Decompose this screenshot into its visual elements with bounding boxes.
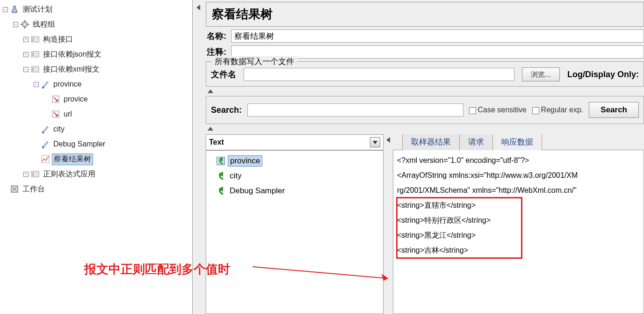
extractor-icon (51, 110, 60, 119)
tree-node-xml-dep[interactable]: – 接口依赖xml报文 (22, 62, 192, 77)
tab-request[interactable]: 请求 (459, 134, 493, 150)
panel-title: 察看结果树 (206, 2, 644, 27)
svg-rect-13 (32, 68, 34, 69)
xml-line: rg/2001/XMLSchema" xmlns="http://WebXml.… (397, 183, 640, 198)
tree-label: 正则表达式应用 (42, 169, 97, 180)
regex-checkbox[interactable]: Regular exp. (532, 106, 584, 114)
collapsed-handle-icon[interactable]: + (23, 52, 29, 57)
tree-node-view-results[interactable]: 察看结果树 (33, 152, 192, 167)
svg-point-1 (24, 23, 26, 25)
sampler-icon (41, 124, 50, 134)
collapsed-handle-icon[interactable]: + (23, 37, 29, 42)
file-output-group: 所有数据写入一个文件 文件名 浏览... Log/Display Only: (206, 61, 644, 87)
checkbox-icon (532, 107, 539, 114)
result-label: province (228, 155, 262, 167)
extractor-icon (51, 95, 60, 104)
tree-label: 工作台 (21, 184, 46, 195)
results-right-pane: 取样器结果 请求 响应数据 <?xml version="1.0" encodi… (393, 134, 644, 314)
expand-handle-icon[interactable]: – (23, 67, 29, 72)
result-node-debug[interactable]: Debug Sampler (208, 183, 381, 198)
svg-marker-26 (382, 274, 388, 281)
tree-label: province (52, 80, 83, 89)
svg-rect-20 (42, 155, 49, 163)
tree-label: provice (62, 95, 89, 104)
listener-icon (41, 154, 50, 164)
svg-line-25 (253, 267, 388, 278)
svg-point-15 (42, 87, 44, 88)
tree-label: 测试计划 (21, 4, 54, 15)
svg-rect-23 (32, 175, 34, 175)
test-plan-tree[interactable]: – 测试计划 – 线程组 + (0, 2, 192, 197)
results-tree[interactable]: province city Debug Sampler (206, 150, 384, 314)
tree-node-json-dep[interactable]: + 接口依赖json报文 (22, 47, 192, 62)
expand-handle-icon[interactable]: – (34, 82, 39, 87)
tree-node-debug[interactable]: Debug Sampler (33, 137, 192, 152)
svg-rect-8 (32, 40, 34, 41)
result-label: city (228, 171, 244, 181)
log-display-label: Log/Display Only: (567, 70, 639, 80)
tree-label: 线程组 (31, 19, 57, 30)
svg-rect-10 (32, 53, 34, 54)
search-label: Search: (211, 105, 242, 115)
search-button[interactable]: Search (589, 102, 639, 118)
tree-node-province[interactable]: – province (33, 77, 192, 92)
success-shield-icon (217, 157, 225, 165)
result-node-province[interactable]: province (208, 153, 381, 168)
browse-button[interactable]: 浏览... (522, 67, 560, 81)
tab-sampler-result[interactable]: 取样器结果 (402, 134, 460, 150)
tree-node-regex-app[interactable]: + 正则表达式应用 (22, 167, 192, 182)
sampler-icon (41, 139, 50, 149)
controller-icon (30, 169, 40, 179)
tree-node-test-plan[interactable]: – 测试计划 (2, 2, 192, 17)
collapse-top-icon[interactable] (206, 88, 644, 94)
workbench-icon (10, 184, 19, 194)
collapsed-handle-icon[interactable]: + (23, 172, 29, 177)
collapse-bottom-icon[interactable] (206, 126, 644, 131)
xml-line: <ArrayOfString xmlns:xsi="http://www.w3.… (397, 168, 640, 183)
success-shield-icon (217, 172, 225, 180)
tree-label: city (52, 124, 66, 134)
tree-label: 察看结果树 (52, 153, 93, 165)
tree-label: 接口依赖xml报文 (42, 64, 101, 75)
tree-node-url-extractor[interactable]: url (43, 107, 192, 122)
result-label: Debug Sampler (228, 186, 287, 196)
xml-line: <?xml version="1.0" encoding="utf-8"?> (397, 153, 640, 168)
flask-icon (10, 5, 19, 14)
response-data-view[interactable]: <?xml version="1.0" encoding="utf-8"?> <… (393, 150, 644, 314)
svg-rect-9 (31, 51, 39, 57)
result-node-city[interactable]: city (208, 168, 381, 183)
filename-input[interactable] (244, 68, 514, 81)
svg-rect-11 (32, 55, 34, 56)
result-tabs: 取样器结果 请求 响应数据 (393, 134, 644, 150)
file-output-title: 所有数据写入一个文件 (212, 56, 297, 67)
controller-icon (30, 50, 40, 59)
svg-rect-14 (32, 70, 34, 71)
collapse-left-icon[interactable] (386, 137, 390, 143)
annotation-text: 报文中正则匹配到多个值时 (84, 261, 230, 277)
svg-rect-22 (32, 173, 34, 174)
controller-icon (30, 65, 40, 74)
controller-icon (30, 35, 40, 44)
name-label: 名称: (207, 30, 226, 42)
svg-rect-12 (31, 66, 39, 72)
tree-node-workbench[interactable]: 工作台 (2, 182, 192, 197)
svg-point-19 (42, 146, 44, 148)
expand-handle-icon[interactable]: – (13, 22, 18, 27)
renderer-combo[interactable]: Text (206, 134, 384, 150)
chevron-down-icon[interactable] (370, 137, 380, 147)
tree-node-construct[interactable]: + 构造接口 (22, 32, 192, 47)
search-bar: Search: Case sensitive Regular exp. Sear… (206, 96, 644, 124)
tab-response-data[interactable]: 响应数据 (492, 134, 542, 151)
tree-label: url (62, 110, 73, 119)
search-input[interactable] (247, 103, 463, 117)
case-sensitive-checkbox[interactable]: Case sensitive (469, 106, 527, 114)
annotation-arrow-icon (253, 260, 398, 288)
name-input[interactable] (231, 29, 644, 43)
tree-node-city[interactable]: city (33, 122, 192, 137)
collapse-left-icon[interactable] (196, 5, 200, 10)
svg-point-18 (42, 131, 44, 133)
sampler-icon (41, 80, 50, 89)
expand-handle-icon[interactable]: – (3, 7, 8, 12)
tree-node-provice-extractor[interactable]: provice (43, 92, 192, 107)
tree-node-thread-group[interactable]: – 线程组 (12, 17, 192, 32)
